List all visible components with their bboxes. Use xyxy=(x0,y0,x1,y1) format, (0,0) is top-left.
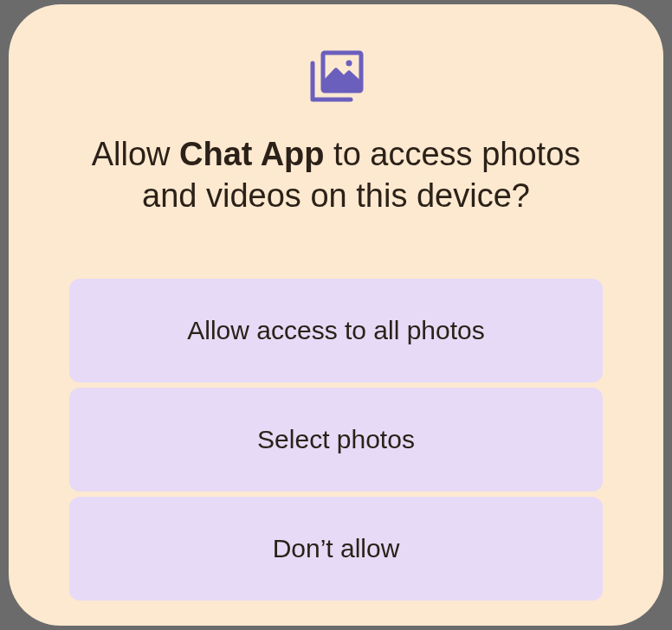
permission-dialog: Allow Chat App to access photos and vide… xyxy=(9,4,663,626)
allow-all-label: Allow access to all photos xyxy=(187,316,485,345)
dialog-icon-wrap xyxy=(61,46,611,110)
dialog-buttons: Allow access to all photos Select photos… xyxy=(61,279,611,601)
photos-icon xyxy=(306,46,366,110)
svg-point-1 xyxy=(346,61,352,67)
title-prefix: Allow xyxy=(92,136,179,172)
dont-allow-label: Don’t allow xyxy=(273,534,400,563)
dialog-title: Allow Chat App to access photos and vide… xyxy=(61,134,611,216)
allow-all-button[interactable]: Allow access to all photos xyxy=(69,279,603,382)
select-photos-button[interactable]: Select photos xyxy=(69,388,603,492)
select-photos-label: Select photos xyxy=(257,425,415,454)
dont-allow-button[interactable]: Don’t allow xyxy=(69,497,603,601)
title-app-name: Chat App xyxy=(179,136,324,172)
